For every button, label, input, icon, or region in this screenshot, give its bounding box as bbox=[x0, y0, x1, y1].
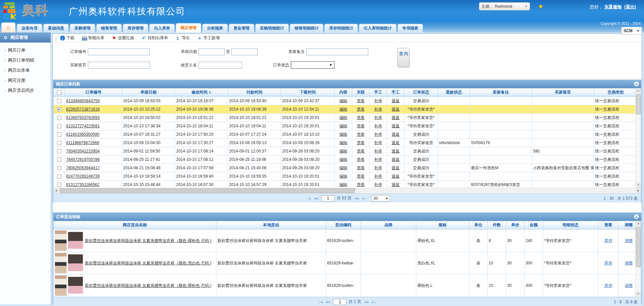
details-column-header[interactable]: 调整 bbox=[619, 221, 636, 229]
nav-tab[interactable]: 专用报表 bbox=[397, 24, 423, 33]
stock-link[interactable]: 库存 bbox=[604, 261, 612, 265]
view-link[interactable]: 查看 bbox=[357, 140, 365, 145]
row-checkbox[interactable]: ✔ bbox=[57, 107, 61, 112]
row-checkbox[interactable] bbox=[57, 116, 61, 120]
details-column-header[interactable]: 品牌 bbox=[361, 221, 416, 229]
bill-date-from-input[interactable] bbox=[199, 48, 225, 55]
order-status-select[interactable]: ▼ bbox=[291, 61, 334, 69]
adjust-link[interactable]: 调整 bbox=[625, 283, 633, 288]
sidebar-item[interactable]: ›网店出库单 bbox=[0, 65, 51, 75]
nav-tab[interactable]: 库存明细统计 bbox=[324, 24, 358, 33]
row-checkbox[interactable] bbox=[57, 149, 61, 154]
orders-column-header[interactable]: 下载时间 bbox=[281, 88, 335, 97]
edit-link[interactable]: 编辑 bbox=[339, 99, 347, 103]
orders-column-header[interactable]: 付款时间 bbox=[228, 88, 281, 97]
supplement-link[interactable]: 补单 bbox=[374, 107, 382, 112]
details-column-header[interactable]: 货品编码 bbox=[326, 221, 361, 229]
supplement-link[interactable]: 补单 bbox=[374, 157, 382, 162]
order-id-link[interactable]: 784572919705786 bbox=[66, 157, 100, 162]
view-link[interactable]: 查看 bbox=[357, 182, 365, 187]
view-link[interactable]: 查看 bbox=[357, 124, 365, 128]
username-link[interactable]: 东晨服饰 bbox=[604, 4, 622, 9]
home-tab[interactable]: ⌂ bbox=[1, 22, 15, 33]
edit-link[interactable]: 编辑 bbox=[339, 182, 347, 187]
orders-column-header[interactable]: 关联 bbox=[352, 88, 370, 97]
scroll-down-icon[interactable]: ▼ bbox=[636, 182, 641, 188]
orders-column-header[interactable]: 手工 bbox=[370, 88, 387, 97]
supplement-link[interactable]: 补单 bbox=[374, 132, 382, 137]
supplement-link[interactable]: 补单 bbox=[374, 174, 382, 179]
return-link[interactable]: 退返 bbox=[392, 182, 400, 187]
details-column-header[interactable]: 明细状态 bbox=[543, 221, 598, 229]
return-link[interactable]: 退返 bbox=[392, 132, 400, 137]
sort-icon[interactable]: ⇅ bbox=[209, 90, 211, 94]
buyer-msg-input[interactable] bbox=[88, 62, 150, 69]
scroll-up-icon[interactable]: ▲ bbox=[636, 88, 641, 94]
return-link[interactable]: 退返 bbox=[392, 115, 400, 120]
return-link[interactable]: 退返 bbox=[392, 107, 400, 112]
order-id-link[interactable]: 811601565350590 bbox=[66, 132, 99, 137]
orders-column-header[interactable]: 订单编号 bbox=[65, 88, 122, 97]
toolbar-button[interactable]: +手工新增 bbox=[197, 35, 220, 41]
toolbar-button[interactable]: ↶转到出库单 bbox=[142, 35, 168, 41]
nav-tab[interactable]: 采购管理 bbox=[70, 24, 95, 33]
nav-tab[interactable]: 采购明细统计 bbox=[255, 24, 289, 33]
order-id-link[interactable]: 823925713871616 bbox=[66, 107, 100, 112]
orders-column-header[interactable]: 交易类型 bbox=[594, 88, 636, 97]
scroll-down-icon[interactable]: ▼ bbox=[636, 291, 641, 297]
details-column-header[interactable]: 本地货品 bbox=[216, 221, 326, 229]
view-link[interactable]: 查看 bbox=[357, 149, 365, 154]
scroll-thumb[interactable] bbox=[636, 94, 641, 114]
orders-column-header[interactable]: 手工 bbox=[387, 88, 405, 97]
nav-tab[interactable]: 销售管理 bbox=[96, 24, 122, 33]
return-link[interactable]: 退返 bbox=[392, 99, 400, 103]
details-column-header[interactable]: 规格 bbox=[416, 221, 469, 229]
stock-link[interactable]: 库存 bbox=[604, 283, 612, 288]
logout-link[interactable]: [退出] bbox=[624, 4, 636, 9]
row-checkbox[interactable] bbox=[57, 132, 61, 137]
supplement-link[interactable]: 补单 bbox=[374, 182, 382, 187]
stock-link[interactable]: 库存 bbox=[604, 238, 612, 243]
details-vertical-scrollbar[interactable]: ▲ ▼ bbox=[635, 221, 641, 297]
order-id-link[interactable]: 813227274223581 bbox=[66, 124, 100, 128]
order-id-link[interactable]: 824770265246739 bbox=[66, 174, 100, 179]
scroll-left-icon[interactable]: ◀ bbox=[53, 188, 59, 193]
nav-tab[interactable]: 业务向导 bbox=[17, 24, 42, 33]
edit-link[interactable]: 编辑 bbox=[339, 107, 347, 112]
order-no-input[interactable] bbox=[88, 48, 150, 55]
page-size-select[interactable]: 30▼ bbox=[371, 195, 390, 201]
seller-note-input[interactable] bbox=[306, 48, 368, 55]
order-id-link[interactable]: 813697503762693 bbox=[66, 115, 100, 120]
details-column-header[interactable]: 金额 bbox=[525, 221, 543, 229]
page-input[interactable] bbox=[333, 299, 346, 305]
toolbar-button[interactable]: ⚑设置红旗 bbox=[112, 35, 134, 41]
supplement-link[interactable]: 补单 bbox=[374, 149, 382, 154]
supplement-link[interactable]: 补单 bbox=[374, 115, 382, 120]
collapse-icon[interactable]: ▲ bbox=[634, 81, 639, 86]
nav-tab[interactable]: 库存管理 bbox=[123, 24, 148, 33]
toolbar-button[interactable]: ↓下载 bbox=[60, 35, 74, 41]
edit-link[interactable]: 编辑 bbox=[339, 132, 347, 137]
return-link[interactable]: 退返 bbox=[392, 124, 400, 128]
orders-column-header[interactable]: 订单状态 bbox=[405, 88, 438, 97]
supplement-link[interactable]: 补单 bbox=[374, 140, 382, 145]
details-column-header[interactable]: 件数 bbox=[488, 221, 506, 229]
return-link[interactable]: 退返 bbox=[392, 157, 400, 162]
details-column-header[interactable]: 网店货品名称 bbox=[54, 221, 216, 229]
return-link[interactable]: 退返 bbox=[392, 140, 400, 145]
scroll-thumb[interactable] bbox=[636, 227, 641, 267]
edit-link[interactable]: 编辑 bbox=[339, 115, 347, 120]
orders-column-header[interactable]: 买家留言 bbox=[532, 88, 594, 97]
orders-horizontal-scrollbar[interactable]: ◀ ▶ bbox=[53, 188, 641, 193]
details-column-header[interactable]: 查看 bbox=[598, 221, 619, 229]
view-link[interactable]: 查看 bbox=[357, 157, 365, 162]
return-link[interactable]: 退返 bbox=[392, 174, 400, 179]
bill-date-to-input[interactable] bbox=[231, 48, 258, 55]
supplement-link[interactable]: 补单 bbox=[374, 99, 382, 103]
select-all-checkbox[interactable] bbox=[57, 90, 61, 95]
row-checkbox[interactable] bbox=[57, 166, 61, 170]
row-checkbox[interactable] bbox=[57, 141, 61, 145]
row-checkbox[interactable] bbox=[57, 174, 61, 179]
last-page-icon[interactable]: ▶❘ bbox=[372, 300, 376, 304]
supplement-link[interactable]: 补单 bbox=[374, 124, 382, 128]
